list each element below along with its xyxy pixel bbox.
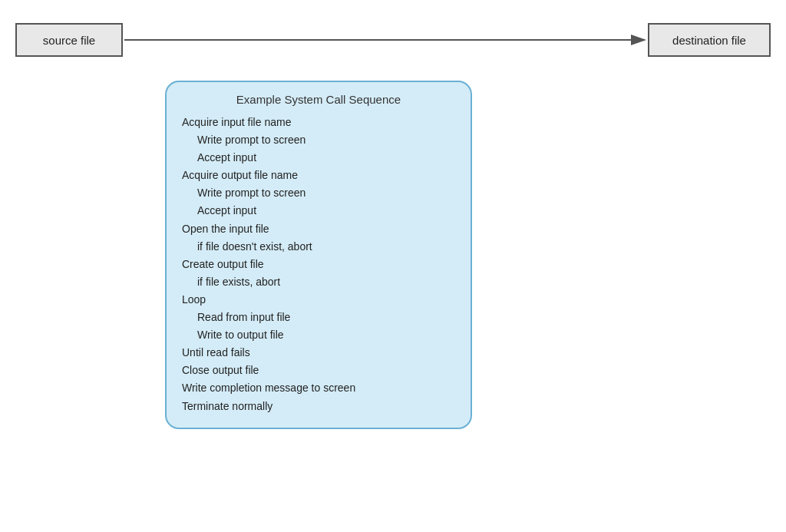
diagram-container: source file destination file Example Sys… (0, 0, 786, 532)
sequence-title: Example System Call Sequence (182, 93, 455, 106)
sequence-item-12: Write to output file (182, 326, 455, 344)
sequence-item-10: Loop (182, 291, 455, 309)
sequence-item-9: if file exists, abort (182, 273, 455, 291)
sequence-item-2: Accept input (182, 149, 455, 167)
sequence-item-11: Read from input file (182, 309, 455, 326)
destination-file-label: destination file (672, 34, 746, 47)
sequence-item-5: Accept input (182, 202, 455, 220)
sequence-item-1: Write prompt to screen (182, 131, 455, 149)
sequence-item-8: Create output file (182, 256, 455, 273)
sequence-item-16: Terminate normally (182, 398, 455, 415)
sequence-item-13: Until read fails (182, 344, 455, 362)
sequence-item-7: if file doesn't exist, abort (182, 238, 455, 256)
sequence-item-6: Open the input file (182, 220, 455, 238)
sequence-item-14: Close output file (182, 362, 455, 379)
sequence-box: Example System Call Sequence Acquire inp… (165, 81, 472, 429)
sequence-item-3: Acquire output file name (182, 167, 455, 184)
source-file-label: source file (43, 34, 95, 47)
sequence-item-15: Write completion message to screen (182, 379, 455, 397)
destination-file-box: destination file (648, 23, 771, 57)
source-file-box: source file (15, 23, 123, 57)
sequence-item-4: Write prompt to screen (182, 184, 455, 202)
sequence-item-0: Acquire input file name (182, 114, 455, 131)
sequence-list: Acquire input file nameWrite prompt to s… (182, 114, 455, 415)
